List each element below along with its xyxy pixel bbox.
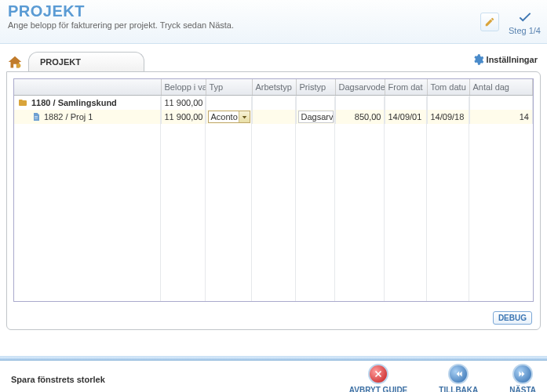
debug-button[interactable]: DEBUG — [493, 311, 532, 325]
cell-belopp: 11 900,00 — [161, 96, 206, 111]
col-tree[interactable] — [14, 79, 161, 96]
cell-arbetstyp[interactable] — [252, 110, 296, 124]
back-button[interactable]: TILLBAKA — [439, 364, 478, 392]
cell-belopp[interactable]: 11 900,00 — [161, 110, 206, 124]
check-icon — [516, 8, 534, 25]
col-tomdat[interactable]: Tom datu — [427, 79, 469, 96]
pristyp-dropdown[interactable]: Dagsarv — [298, 111, 334, 123]
tab-projekt[interactable]: PROJEKT — [28, 52, 144, 71]
next-label: NÄSTA — [509, 386, 536, 392]
back-label: TILLBAKA — [439, 386, 478, 392]
cancel-label: AVBRYT GUIDE — [349, 386, 407, 392]
col-dagsarvode[interactable]: Dagsarvode — [335, 79, 385, 96]
page-subtitle: Ange belopp för fakturering per projekt.… — [8, 20, 539, 30]
close-icon — [373, 368, 384, 379]
chevron-down-icon — [239, 111, 250, 122]
col-arbetstyp[interactable]: Arbetstyp — [252, 79, 296, 96]
col-antaldag[interactable]: Antal dag — [469, 79, 533, 96]
cell-antal[interactable]: 14 — [469, 110, 533, 124]
cell-tom[interactable]: 14/09/18 — [427, 110, 469, 124]
table-row[interactable]: 1882 / Proj 1 11 900,00 Aconto — [14, 110, 533, 124]
project-grid[interactable]: Belopp i val Typ Arbetstyp Pristyp Dagsa… — [13, 78, 534, 302]
svg-point-0 — [16, 64, 21, 68]
chevron-right-icon — [517, 368, 528, 379]
gear-icon — [472, 53, 484, 66]
row-label: 1180 / Samlingskund — [31, 98, 117, 107]
settings-button[interactable]: Inställningar — [472, 53, 538, 66]
col-belopp[interactable]: Belopp i val — [161, 79, 206, 96]
save-window-size[interactable]: Spara fönstrets storlek — [11, 375, 105, 384]
chevron-left-icon — [453, 368, 464, 379]
col-pristyp[interactable]: Pristyp — [296, 79, 335, 96]
pristyp-value: Dagsarv — [301, 112, 334, 122]
page-title: PROJEKT — [8, 3, 539, 19]
step-label: Steg 1/4 — [509, 26, 541, 35]
settings-label: Inställningar — [487, 55, 538, 64]
pencil-icon — [484, 16, 495, 27]
folder-icon — [17, 98, 28, 107]
row-label: 1882 / Proj 1 — [44, 112, 93, 122]
cell-from[interactable]: 14/09/01 — [385, 110, 427, 124]
typ-value: Aconto — [211, 112, 238, 122]
edit-button[interactable] — [480, 13, 499, 31]
table-row[interactable]: 1180 / Samlingskund 11 900,00 — [14, 96, 533, 111]
col-fromdat[interactable]: From dat — [385, 79, 427, 96]
typ-dropdown[interactable]: Aconto — [208, 111, 250, 123]
home-icon[interactable] — [6, 54, 24, 71]
col-typ[interactable]: Typ — [206, 79, 252, 96]
cell-dagsarvode[interactable]: 850,00 — [335, 110, 385, 124]
next-button[interactable]: NÄSTA — [509, 364, 536, 392]
cancel-guide-button[interactable]: AVBRYT GUIDE — [349, 364, 407, 392]
document-icon — [31, 112, 41, 122]
